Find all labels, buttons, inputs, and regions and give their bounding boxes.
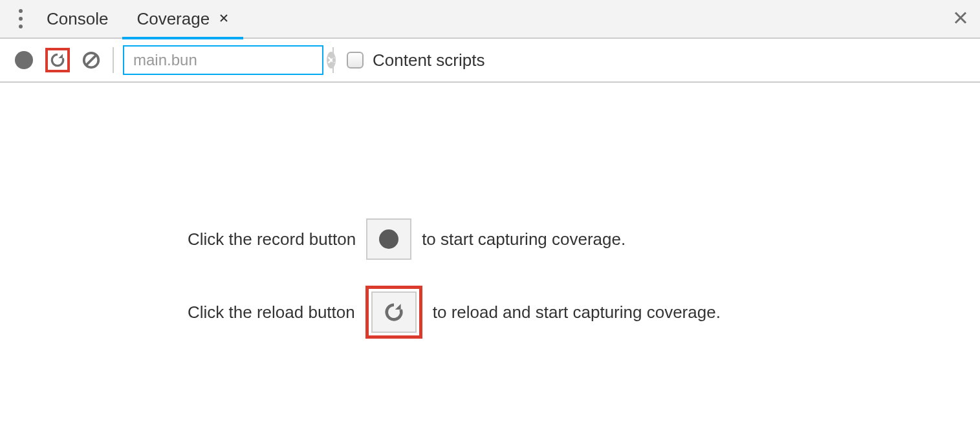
close-drawer-icon[interactable]	[953, 10, 968, 28]
tab-coverage-label: Coverage	[136, 9, 210, 29]
toolbar-separator	[113, 47, 114, 73]
checkbox-box	[347, 52, 364, 69]
record-icon	[379, 229, 398, 249]
close-icon[interactable]	[219, 13, 229, 25]
url-filter-input[interactable]	[133, 51, 327, 69]
inline-reload-button[interactable]	[371, 291, 417, 333]
drawer-tab-strip: Console Coverage	[0, 0, 980, 39]
reload-icon	[49, 50, 66, 70]
reload-hint-post: to reload and start capturing coverage.	[433, 302, 721, 322]
toolbar-separator	[332, 47, 334, 73]
coverage-empty-state: Click the record button to start capturi…	[0, 83, 980, 339]
ban-icon	[82, 50, 101, 70]
content-scripts-label: Content scripts	[373, 50, 485, 70]
record-icon	[15, 51, 33, 69]
coverage-toolbar: Content scripts	[0, 39, 980, 83]
tab-console-label: Console	[47, 9, 108, 29]
clear-filter-icon[interactable]	[327, 52, 336, 69]
clear-button[interactable]	[79, 48, 103, 72]
reload-hint-pre: Click the reload button	[188, 302, 355, 322]
record-hint-row: Click the record button to start capturi…	[188, 218, 980, 260]
kebab-menu-icon[interactable]	[9, 9, 32, 28]
inline-reload-highlight	[365, 286, 422, 339]
tab-coverage[interactable]: Coverage	[122, 0, 243, 38]
tab-console[interactable]: Console	[32, 0, 122, 38]
record-button[interactable]	[12, 48, 36, 72]
reload-hint-row: Click the reload button to reload and st…	[188, 286, 980, 339]
content-scripts-checkbox[interactable]: Content scripts	[347, 50, 485, 70]
inline-record-button[interactable]	[366, 218, 411, 260]
reload-button[interactable]	[45, 48, 70, 72]
record-hint-pre: Click the record button	[188, 229, 356, 249]
svg-line-1	[86, 55, 96, 65]
reload-icon	[383, 301, 405, 323]
record-hint-post: to start capturing coverage.	[422, 229, 626, 249]
url-filter-input-container	[123, 45, 323, 75]
